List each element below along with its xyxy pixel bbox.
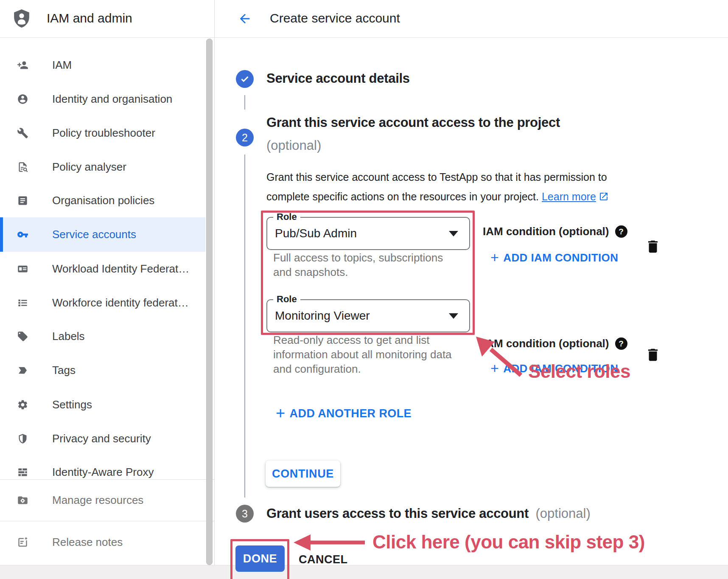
learn-more-link[interactable]: Learn more [542, 191, 596, 202]
cancel-button[interactable]: CANCEL [299, 553, 348, 566]
role-select-1[interactable]: Role Pub/Sub Admin [266, 217, 470, 250]
gear-icon [17, 399, 28, 410]
step2-number: 2 [242, 132, 248, 144]
step-connector [244, 95, 245, 110]
sidebar-separator [0, 479, 214, 480]
sidebar-item-labels[interactable]: Labels [0, 319, 205, 353]
label-arrow-icon [17, 365, 28, 376]
notes-icon [17, 537, 28, 548]
continue-button[interactable]: CONTINUE [266, 461, 340, 487]
back-arrow-icon[interactable] [238, 11, 252, 26]
plus-icon: + [276, 404, 286, 422]
sidebar-item-workload-identity-federat[interactable]: Workload Identity Federat… [0, 252, 205, 286]
product-title: IAM and admin [47, 11, 132, 25]
select-roles-annotation: Select roles [528, 361, 630, 382]
sidebar-item-settings[interactable]: Settings [0, 388, 205, 422]
role-2-description: Read-only access to get and list informa… [273, 333, 452, 376]
sidebar-item-label: Policy troubleshooter [52, 126, 155, 140]
step2-number-circle: 2 [236, 129, 254, 146]
step3-number-circle: 3 [236, 505, 254, 523]
sidebar-scrollbar[interactable] [206, 39, 213, 565]
shield-half-icon [17, 433, 28, 444]
add-another-role-button[interactable]: + ADD ANOTHER ROLE [276, 405, 412, 423]
help-icon[interactable]: ? [615, 225, 627, 238]
sidebar-item-organisation-policies[interactable]: Organisation policies [0, 183, 205, 217]
account-circle-icon [17, 93, 28, 105]
wrench-icon [17, 127, 28, 139]
sidebar-item-label: Workforce identity federat… [52, 296, 189, 309]
sidebar-item-privacy-and-security[interactable]: Privacy and security [0, 422, 205, 455]
step3-optional-label: (optional) [535, 506, 590, 521]
sidebar-item-release-notes[interactable]: Release notes [0, 525, 205, 559]
bottom-edge-band [0, 565, 728, 579]
select-roles-arrow [465, 330, 532, 383]
shield-person-icon [13, 8, 31, 29]
sidebar-item-policy-analyser[interactable]: Policy analyser [0, 150, 205, 184]
folder-gear-icon [17, 495, 28, 506]
check-icon [239, 73, 251, 85]
sidebar-item-label: Policy analyser [52, 160, 126, 174]
sidebar-item-label: Organisation policies [52, 194, 154, 207]
sidebar-item-tags[interactable]: Tags [0, 353, 205, 387]
sidebar-divider [214, 0, 215, 579]
sidebar-item-label: Privacy and security [52, 432, 151, 445]
sidebar-item-label: Identity-Aware Proxy [52, 466, 154, 479]
sidebar-item-label: Identity and organisation [52, 93, 172, 106]
role-1-value: Pub/Sub Admin [275, 218, 357, 249]
step-connector [244, 155, 245, 497]
sidebar-item-label: Labels [52, 330, 85, 343]
sidebar-item-label: Manage resources [52, 494, 143, 507]
done-button[interactable]: DONE [235, 545, 285, 572]
click-here-annotation: Click here (you can skip step 3) [372, 531, 645, 553]
sidebar-item-manage-resources[interactable]: Manage resources [0, 483, 205, 517]
step1-title: Service account details [266, 71, 410, 86]
striped-grid-icon [17, 467, 28, 478]
sidebar-separator [0, 521, 214, 521]
step3-title: Grant users access to this service accou… [266, 506, 529, 521]
header-divider [0, 37, 728, 38]
help-icon[interactable]: ? [615, 337, 627, 350]
sidebar-item-label: Settings [52, 398, 92, 411]
key-icon [17, 229, 28, 240]
role-1-description: Full access to topics, subscriptions and… [273, 250, 443, 279]
sidebar-item-iam[interactable]: IAM [0, 48, 205, 82]
add-iam-condition-button-1[interactable]: + ADD IAM CONDITION [490, 250, 618, 266]
open-in-new-icon[interactable] [599, 191, 609, 203]
step2-title: Grant this service account access to the… [266, 115, 560, 130]
list-icon [17, 297, 28, 309]
step2-optional-label: (optional) [266, 138, 321, 153]
sidebar-item-identity-and-organisation[interactable]: Identity and organisation [0, 82, 205, 116]
step1-check-circle [236, 70, 254, 88]
article-icon [17, 195, 28, 206]
badge-card-icon [17, 263, 28, 275]
dropdown-caret-icon [449, 231, 458, 236]
dropdown-caret-icon [449, 313, 458, 319]
sidebar-item-label: Release notes [52, 536, 123, 549]
role-select-2[interactable]: Role Monitoring Viewer [266, 299, 470, 332]
sidebar-item-label: Workload Identity Federat… [52, 262, 189, 275]
click-here-arrow [292, 533, 368, 552]
doc-magnifier-icon [17, 161, 28, 173]
delete-role-2-button[interactable] [645, 345, 661, 366]
tag-icon [17, 331, 28, 342]
sidebar-item-label: Service accounts [52, 228, 136, 241]
role-2-value: Monitoring Viewer [275, 300, 370, 332]
sidebar-item-workforce-identity-federat[interactable]: Workforce identity federat… [0, 286, 205, 320]
delete-role-1-button[interactable] [645, 237, 661, 258]
person-add-icon [17, 59, 28, 71]
iam-condition-label-1: IAM condition (optional) ? [483, 225, 627, 238]
sidebar-item-label: IAM [52, 59, 72, 72]
page-title: Create service account [270, 11, 400, 25]
plus-icon: + [490, 249, 499, 266]
sidebar-item-policy-troubleshooter[interactable]: Policy troubleshooter [0, 116, 205, 150]
sidebar-item-service-accounts[interactable]: Service accounts [0, 217, 205, 252]
step3-number: 3 [242, 508, 248, 520]
sidebar-item-label: Tags [52, 364, 76, 377]
